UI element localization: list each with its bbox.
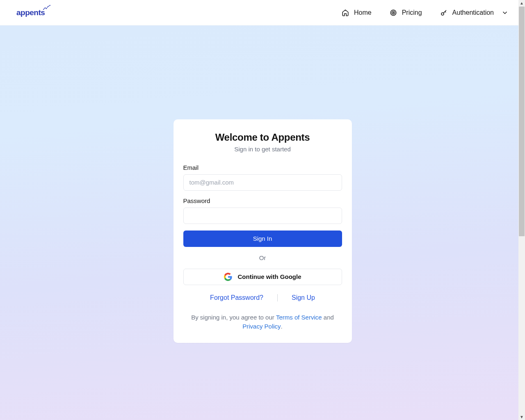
nav-authentication[interactable]: Authentication [440,9,509,16]
page-body: Welcome to Appents Sign in to get starte… [0,25,525,420]
chevron-down-icon [501,9,509,16]
key-icon [440,9,447,16]
header: appents Home Pricing Authentic [0,0,525,25]
nav-home-label: Home [354,9,372,16]
links-divider [277,294,278,301]
scroll-down-arrow-icon[interactable]: ▼ [520,414,524,420]
legal-suffix: . [281,323,283,330]
vertical-scrollbar[interactable]: ▲ ▼ [518,0,525,420]
nav-pricing-label: Pricing [402,9,422,16]
password-input[interactable] [183,208,342,224]
growth-chart-icon [43,5,50,10]
terms-of-service-link[interactable]: Terms of Service [276,314,322,321]
svg-point-1 [45,7,46,8]
signup-link[interactable]: Sign Up [292,294,315,301]
scrollbar-thumb[interactable] [519,7,525,236]
privacy-policy-link[interactable]: Privacy Policy [242,323,281,330]
scroll-up-arrow-icon[interactable]: ▲ [520,0,524,6]
google-icon [224,273,232,281]
legal-mid: and [322,314,334,321]
signin-card: Welcome to Appents Sign in to get starte… [173,119,352,343]
or-divider: Or [183,254,342,261]
home-icon [342,9,349,16]
svg-point-3 [48,6,48,7]
top-nav: Home Pricing Authentication [342,9,509,16]
brand-logo[interactable]: appents [16,8,45,17]
email-input[interactable] [183,174,342,191]
forgot-password-link[interactable]: Forgot Password? [210,294,263,301]
email-label: Email [183,164,342,171]
legal-text: By signing in, you agree to our Terms of… [183,313,342,333]
target-icon [390,9,397,16]
nav-pricing[interactable]: Pricing [390,9,422,16]
card-title: Welcome to Appents [183,132,342,143]
svg-point-4 [50,5,50,6]
card-subtitle: Sign in to get started [183,146,342,153]
svg-point-2 [46,8,47,9]
nav-home[interactable]: Home [342,9,372,16]
password-label: Password [183,197,342,204]
secondary-links: Forgot Password? Sign Up [183,294,342,301]
legal-prefix: By signing in, you agree to our [191,314,276,321]
signin-button[interactable]: Sign In [183,231,342,247]
google-button-label: Continue with Google [238,273,301,280]
nav-authentication-label: Authentication [452,9,494,16]
continue-with-google-button[interactable]: Continue with Google [183,269,342,285]
svg-point-0 [43,9,44,10]
brand-name: appents [16,8,45,17]
svg-point-7 [393,12,394,13]
